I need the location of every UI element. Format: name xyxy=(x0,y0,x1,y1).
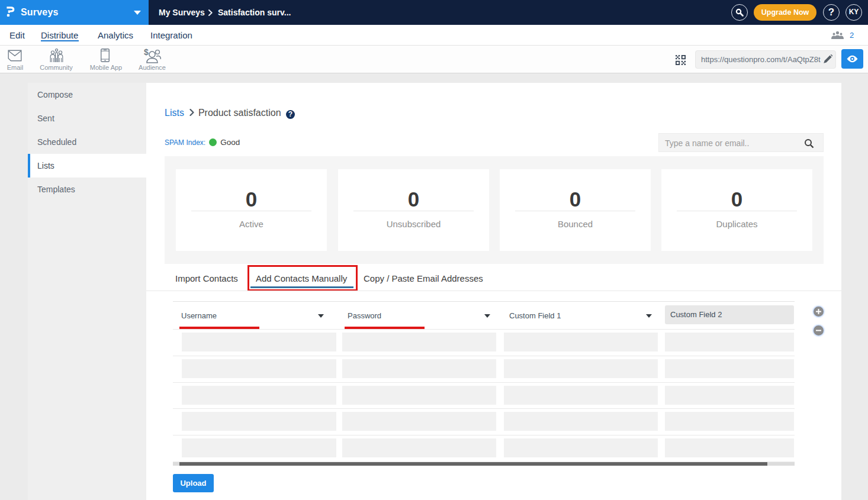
svg-text:$: $ xyxy=(144,47,149,57)
